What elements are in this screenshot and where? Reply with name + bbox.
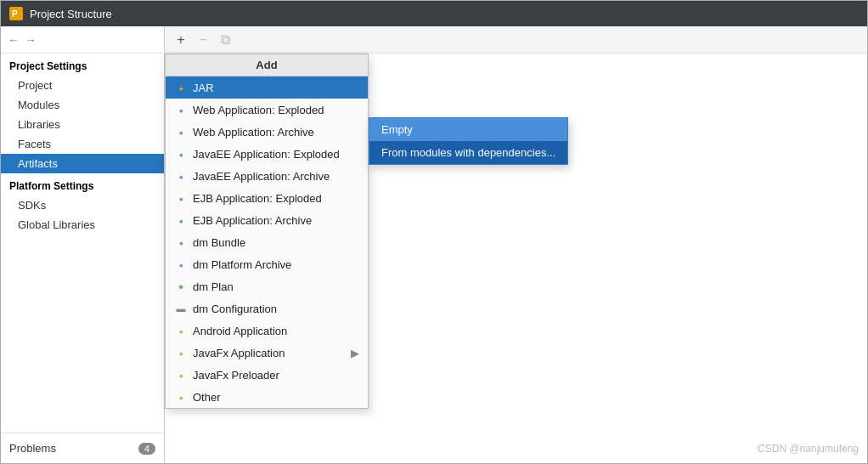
sidebar-item-project[interactable]: Project <box>1 76 164 95</box>
title-bar: P Project Structure <box>1 1 867 26</box>
javafx-icon: ⬥ <box>174 346 188 359</box>
ejb-archive-icon: ⬥ <box>174 213 188 227</box>
sidebar-item-modules[interactable]: Modules <box>1 95 164 115</box>
jar-submenu: Empty From modules with dependencies... <box>369 117 568 165</box>
ejb-archive-label: EJB Application: Archive <box>193 214 312 227</box>
javaee-exploded-label: JavaEE Application: Exploded <box>193 148 340 161</box>
dropdown-item-jar[interactable]: ⬥ JAR <box>166 76 368 99</box>
web-archive-icon: ⬥ <box>174 125 188 139</box>
sidebar-item-libraries[interactable]: Libraries <box>1 115 164 134</box>
sidebar-item-facets[interactable]: Facets <box>1 134 164 154</box>
dropdown-item-android[interactable]: ⬥ Android Application <box>166 320 368 342</box>
ejb-exploded-label: EJB Application: Exploded <box>193 192 322 205</box>
jar-icon: ⬥ <box>174 81 188 94</box>
problems-label: Problems <box>9 442 56 455</box>
sidebar-item-global-libraries[interactable]: Global Libraries <box>1 215 164 235</box>
jar-label: JAR <box>193 82 214 94</box>
sidebar-item-artifacts[interactable]: Artifacts <box>1 154 164 173</box>
dropdown-item-javaee-archive[interactable]: ⬥ JavaEE Application: Archive <box>166 165 368 187</box>
dropdown-container: Add ⬥ JAR ⬥ Web Application: Exploded ⬥ … <box>165 54 369 409</box>
main-content: ← → Project Settings Project Modules Lib… <box>1 26 867 463</box>
dm-platform-label: dm Platform Archive <box>193 258 291 271</box>
dropdown-item-dm-config[interactable]: ▬ dm Configuration <box>166 297 368 320</box>
other-label: Other <box>193 391 221 404</box>
dropdown-item-dm-plan[interactable]: ● dm Plan <box>166 275 368 297</box>
copy-button[interactable]: ⧉ <box>216 31 234 49</box>
javaee-exploded-icon: ⬥ <box>174 147 188 161</box>
forward-arrow[interactable]: → <box>25 33 37 47</box>
javafx-preloader-icon: ⬥ <box>174 368 188 382</box>
content-area: + − ⧉ Add ⬥ JAR ⬥ Web Application: Explo… <box>165 26 867 463</box>
dropdown-item-dm-platform[interactable]: ⬥ dm Platform Archive <box>166 253 368 275</box>
svg-text:P: P <box>12 9 18 19</box>
dropdown-item-javafx-preloader[interactable]: ⬥ JavaFx Preloader <box>166 364 368 386</box>
dropdown-item-javafx[interactable]: ⬥ JavaFx Application ▶ <box>166 342 368 364</box>
add-dropdown: Add ⬥ JAR ⬥ Web Application: Exploded ⬥ … <box>165 54 369 409</box>
web-exploded-label: Web Application: Exploded <box>193 104 324 116</box>
dropdown-header: Add <box>166 54 368 76</box>
dm-config-label: dm Configuration <box>193 303 277 315</box>
dm-config-icon: ▬ <box>174 302 188 315</box>
dm-bundle-label: dm Bundle <box>193 236 245 249</box>
other-icon: ⬥ <box>174 390 188 404</box>
dm-platform-icon: ⬥ <box>174 257 188 271</box>
web-exploded-icon: ⬥ <box>174 103 188 116</box>
javaee-archive-icon: ⬥ <box>174 169 188 183</box>
problems-badge: 4 <box>138 443 155 455</box>
javafx-arrow: ▶ <box>351 347 359 359</box>
dropdown-item-dm-bundle[interactable]: ⬥ dm Bundle <box>166 231 368 253</box>
window-title: Project Structure <box>30 8 112 20</box>
dropdown-item-javaee-exploded[interactable]: ⬥ JavaEE Application: Exploded <box>166 143 368 165</box>
javaee-archive-label: JavaEE Application: Archive <box>193 170 330 183</box>
nav-arrows: ← → <box>1 26 164 54</box>
problems-item[interactable]: Problems 4 <box>1 437 164 460</box>
sidebar-item-sdks[interactable]: SDKs <box>1 195 164 215</box>
dm-plan-icon: ● <box>174 280 188 293</box>
back-arrow[interactable]: ← <box>8 33 20 47</box>
android-label: Android Application <box>193 325 287 337</box>
sidebar: ← → Project Settings Project Modules Lib… <box>1 26 165 463</box>
platform-settings-section: Platform Settings <box>1 173 164 195</box>
dropdown-item-ejb-archive[interactable]: ⬥ EJB Application: Archive <box>166 209 368 231</box>
dm-bundle-icon: ⬥ <box>174 235 188 249</box>
app-icon: P <box>9 7 23 20</box>
remove-button[interactable]: − <box>194 31 212 49</box>
web-archive-label: Web Application: Archive <box>193 126 314 139</box>
dropdown-item-web-archive[interactable]: ⬥ Web Application: Archive <box>166 121 368 143</box>
dropdown-item-web-exploded[interactable]: ⬥ Web Application: Exploded <box>166 99 368 121</box>
add-button[interactable]: + <box>172 31 190 49</box>
project-structure-window: P Project Structure ← → Project Settings… <box>0 0 868 464</box>
ejb-exploded-icon: ⬥ <box>174 191 188 205</box>
dm-plan-label: dm Plan <box>193 280 234 293</box>
project-settings-section: Project Settings <box>1 54 164 76</box>
watermark: CSDN @nanjumufeng <box>758 443 859 455</box>
toolbar: + − ⧉ <box>165 26 867 54</box>
javafx-label: JavaFx Application <box>193 347 285 359</box>
sidebar-bottom: Problems 4 <box>1 433 164 463</box>
submenu-item-empty[interactable]: Empty <box>369 118 567 141</box>
dropdown-item-other[interactable]: ⬥ Other <box>166 386 368 408</box>
dropdown-item-ejb-exploded[interactable]: ⬥ EJB Application: Exploded <box>166 187 368 209</box>
submenu-item-from-modules[interactable]: From modules with dependencies... <box>369 141 567 164</box>
javafx-preloader-label: JavaFx Preloader <box>193 369 279 382</box>
android-icon: ⬥ <box>174 324 188 337</box>
